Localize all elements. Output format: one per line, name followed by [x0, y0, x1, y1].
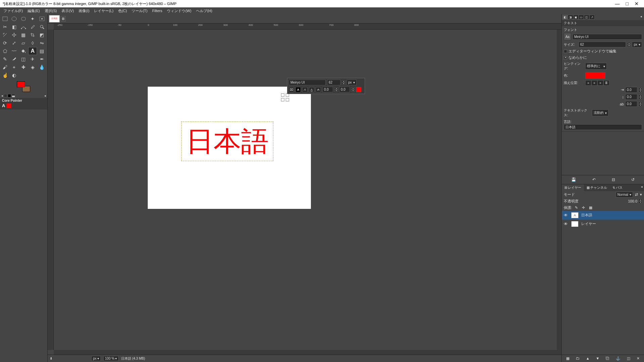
layer-row[interactable]: 👁 A 日本語: [562, 211, 644, 220]
menu-filters[interactable]: Filters: [150, 8, 164, 13]
menu-file[interactable]: ファイル(F): [1, 8, 25, 14]
floating-text-toolbar[interactable]: ▴▾ px ▾ ⌧ A A A A ▴▾ ▴▾: [287, 78, 365, 94]
indent-input[interactable]: [625, 87, 637, 93]
lock-alpha-icon[interactable]: ▦: [588, 206, 594, 210]
rotate-tool[interactable]: ⟳: [1, 39, 9, 47]
dock-tab-5[interactable]: ◫: [584, 15, 589, 19]
scrollbar-v[interactable]: [557, 30, 561, 350]
dock-menu-icon[interactable]: ◂: [639, 15, 643, 19]
box-select[interactable]: 流動的 ▾: [592, 109, 608, 116]
fuzzy-select-tool[interactable]: ✦: [28, 15, 37, 23]
ls-up[interactable]: ▴: [639, 95, 642, 97]
text-color-swatch[interactable]: [585, 72, 605, 79]
spin-down2[interactable]: ▾: [351, 90, 355, 92]
menu-colors[interactable]: 色(C): [116, 8, 129, 14]
float-font-input[interactable]: [289, 80, 326, 85]
gradient-indicator[interactable]: [12, 94, 15, 97]
ink-tool[interactable]: ✒: [38, 55, 46, 63]
dock-tab-4[interactable]: ▭: [579, 15, 584, 19]
merge-layer-icon[interactable]: ⚓: [616, 356, 620, 361]
text-layer-bounds[interactable]: 日本語: [181, 122, 273, 161]
lts-down[interactable]: ▾: [639, 104, 642, 106]
paths-tool[interactable]: [19, 23, 28, 31]
scrollbar-h[interactable]: [54, 350, 561, 355]
align-tool[interactable]: ▦: [19, 31, 28, 39]
layer-thumb[interactable]: A: [571, 212, 579, 218]
line-spacing-input[interactable]: [625, 94, 637, 100]
canvas[interactable]: 日本語: [148, 87, 311, 209]
float-size-up[interactable]: ▴: [342, 80, 345, 83]
visibility-icon[interactable]: 👁: [563, 213, 568, 218]
tab-channels[interactable]: ▦チャンネル: [584, 184, 610, 191]
lock-position-icon[interactable]: ✛: [581, 206, 586, 210]
smudge-tool[interactable]: ☝: [1, 71, 9, 79]
minimize-button[interactable]: —: [615, 1, 620, 6]
ruler-horizontal[interactable]: -250 -150 -50 0 100 200 300 400 500 600 …: [54, 24, 561, 30]
tab-close-button[interactable]: ⊠: [60, 16, 66, 21]
device-fg-color[interactable]: [6, 103, 11, 108]
visibility-icon[interactable]: 👁: [563, 222, 568, 226]
menu-view[interactable]: 表示(V): [59, 8, 76, 14]
image-tab[interactable]: 日本語: [49, 15, 60, 22]
lts-up[interactable]: ▴: [639, 102, 642, 104]
scissors-tool[interactable]: ✂: [1, 23, 9, 31]
ruler-vertical[interactable]: [48, 30, 54, 350]
canvas-area[interactable]: 日本語 ▴▾ px ▾ ⌧: [54, 30, 557, 350]
layer-name[interactable]: 日本語: [581, 213, 592, 218]
heal-tool[interactable]: ✚: [19, 63, 28, 71]
airbrush-tool[interactable]: ✈: [28, 55, 37, 63]
dodge-tool[interactable]: ◐: [10, 71, 18, 79]
move-tool[interactable]: [10, 31, 18, 39]
tab-layers[interactable]: ⊞レイヤー: [562, 184, 584, 191]
new-layer-icon[interactable]: ▦: [566, 356, 569, 361]
justify-left-icon[interactable]: ≡: [585, 80, 591, 86]
dock-tab-2[interactable]: ◨: [568, 15, 573, 19]
measure-tool[interactable]: [1, 31, 9, 39]
new-group-icon[interactable]: 🗀: [576, 356, 580, 361]
by-color-select-tool[interactable]: [38, 15, 46, 23]
reset-options-icon[interactable]: ↺: [629, 177, 637, 183]
float-italic-icon[interactable]: A: [302, 87, 308, 92]
layer-thumb[interactable]: [571, 221, 579, 227]
size-down[interactable]: ▾: [627, 45, 631, 47]
justify-right-icon[interactable]: ≡: [591, 80, 597, 86]
font-input[interactable]: [572, 34, 642, 40]
tab-paths[interactable]: ↯パス: [610, 184, 625, 191]
gradient-tool[interactable]: ▤: [38, 47, 46, 55]
dock-tab-tool-options[interactable]: ◧: [562, 15, 568, 19]
dock-tab-6[interactable]: ↗: [589, 15, 595, 19]
lock-pixels-icon[interactable]: ✎: [573, 206, 579, 210]
raise-layer-icon[interactable]: ▲: [586, 356, 590, 361]
layers-dock-menu-icon[interactable]: ◂: [640, 184, 644, 191]
canvas-text[interactable]: 日本語: [186, 128, 269, 155]
perspective-clone-tool[interactable]: ◈: [28, 63, 37, 71]
op-up[interactable]: ▴: [639, 199, 642, 201]
justify-fill-icon[interactable]: ≣: [603, 80, 609, 86]
pattern-indicator[interactable]: [8, 94, 11, 97]
float-size-input[interactable]: [327, 80, 340, 85]
layer-name[interactable]: レイヤー: [581, 221, 596, 226]
menu-windows[interactable]: ウィンドウ(W): [165, 8, 193, 14]
warp-tool[interactable]: 〰: [10, 47, 18, 55]
rect-select-tool[interactable]: [1, 15, 9, 23]
duplicate-layer-icon[interactable]: ⿻: [606, 356, 609, 361]
float-size-down[interactable]: ▾: [342, 83, 345, 85]
size-unit-select[interactable]: px ▾: [632, 42, 642, 47]
status-unit-select[interactable]: px ▾: [91, 356, 101, 361]
menu-select[interactable]: 選択(S): [43, 8, 59, 14]
float-kerning-input[interactable]: [339, 87, 350, 92]
delete-layer-icon[interactable]: ✕: [637, 356, 640, 361]
ellipse-select-tool[interactable]: [10, 15, 18, 23]
ls-down[interactable]: ▾: [639, 97, 642, 99]
paintbrush-tool[interactable]: [10, 55, 18, 63]
spin-up2[interactable]: ▴: [351, 87, 355, 90]
language-input[interactable]: [564, 124, 642, 130]
float-color-swatch[interactable]: [356, 87, 361, 92]
perspective-tool[interactable]: ◊: [28, 39, 37, 47]
font-icon[interactable]: Aa: [564, 33, 571, 40]
scale-tool[interactable]: ⤢: [10, 39, 18, 47]
indent-up[interactable]: ▴: [639, 88, 642, 90]
antialias-checkbox[interactable]: ✕: [564, 56, 567, 59]
brush-indicator[interactable]: [4, 94, 7, 97]
float-unit-select[interactable]: px ▾: [347, 80, 357, 85]
